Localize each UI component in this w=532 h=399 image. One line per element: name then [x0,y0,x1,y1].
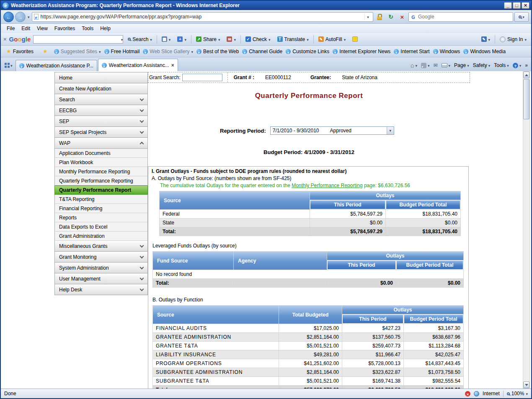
translate-button[interactable]: Translate [275,35,311,44]
favorites-button[interactable]: Favorites [3,46,36,56]
sidebar-item-help-desk[interactable]: Help Desk [54,284,148,295]
sidebar-item-home[interactable]: Home [54,72,148,83]
sidebar-item-reports[interactable]: Reports [54,213,148,222]
sidebar-item-create-new-application[interactable]: Create New Application [54,83,148,94]
tools-menu-button[interactable]: Tools [494,62,509,68]
zoom-level-button[interactable]: 100% [507,391,528,396]
google-toolbar-search-box[interactable] [33,35,123,44]
menu-view[interactable]: View [34,25,51,32]
menu-help[interactable]: Help [97,25,114,32]
sidebar-item-application-documents[interactable]: Application Documents [54,149,148,158]
column-header-this-period[interactable]: This Period [310,200,385,209]
menu-tools[interactable]: Tools [78,25,97,32]
tab-1[interactable]: Weatherization Assistance P... [15,60,97,71]
search-options-dropdown[interactable] [522,14,524,20]
favorite-best-of-the-web[interactable]: Best of the Web [196,49,239,54]
highlighter-button[interactable] [350,35,360,43]
favorite-windows-media[interactable]: Windows Media [463,49,506,54]
add-bookmark-button[interactable] [175,35,189,44]
sign-in-button[interactable]: Sign In [498,35,529,44]
maximize-button[interactable] [513,2,521,9]
read-mail-button[interactable] [434,62,438,68]
google-search-history-dropdown[interactable] [121,36,123,42]
sidebar-item-miscellaneous-grants[interactable]: Miscellaneous Grants [54,241,148,252]
page-error-icon[interactable] [465,391,470,396]
scroll-up-button[interactable] [523,72,529,78]
forward-button[interactable] [15,12,26,22]
sidebar-item-data-exports-to-excel[interactable]: Data Exports to Excel [54,222,148,232]
pen-button[interactable] [479,35,493,44]
favorite-free-hotmail[interactable]: Free Hotmail [104,49,140,54]
refresh-button[interactable] [386,12,396,22]
sidebar-item-grant-monitoring[interactable]: Grant Monitoring [54,252,148,263]
home-button[interactable] [411,62,417,69]
column-header-this-period[interactable]: This Period [342,314,403,324]
browser-search-box[interactable] [408,12,513,22]
favorite-internet-start[interactable]: Internet Start [394,49,429,54]
menu-file[interactable]: File [3,25,18,32]
sidebar-item-search[interactable]: Search [54,94,148,105]
close-tab-icon[interactable] [171,62,174,68]
tab-2-active[interactable]: Weatherization Assistanc... [98,59,178,71]
google-toolbar-search-input[interactable] [34,36,121,42]
page-menu-button[interactable]: Page [454,62,469,68]
favorite-ie-news[interactable]: Internet Explorer News [333,49,390,54]
feeds-button[interactable] [421,62,430,68]
sidebar-item-quarterly-performance-report[interactable]: Quarterly Performance Report [54,185,148,195]
search-go-button[interactable] [514,12,529,22]
sidebar-item-monthly-performance-reporting[interactable]: Monthly Performance Reporting [54,167,148,176]
sidebar-item-user-management[interactable]: User Management [54,273,148,284]
spellcheck-button[interactable]: Check [243,35,273,44]
vertical-scrollbar[interactable] [523,71,530,389]
favorite-suggested-sites[interactable]: Suggested Sites [54,49,101,54]
sidebar-item-system-administration[interactable]: System Administration [54,263,148,273]
more-commands-button[interactable] [525,62,528,68]
favorite-web-slice-gallery[interactable]: Web Slice Gallery [143,49,193,54]
recent-pages-dropdown[interactable] [27,14,31,20]
google-search-button[interactable]: Search [126,35,154,44]
favorite-windows[interactable]: Windows [433,49,460,54]
sidebar-item-tta-reporting[interactable]: T&TA Reporting [54,195,148,204]
help-button[interactable] [513,62,522,68]
menu-favorites[interactable]: Favorites [51,25,78,32]
sidebar-item-financial-reporting[interactable]: Financial Reporting [54,204,148,213]
scroll-down-button[interactable] [523,381,529,388]
stop-button[interactable] [397,12,407,22]
autofill-button[interactable]: AutoFill [316,35,348,44]
share-button[interactable]: Share [194,35,222,44]
favorite-customize-links[interactable]: Customize Links [286,49,329,54]
column-header-budget-period-total[interactable]: Budget Period Total [404,314,463,324]
column-header-budget-period-total[interactable]: Budget Period Total [396,260,463,270]
url-text[interactable]: https://www.page.energy.gov/WAP/Performa… [41,14,362,20]
back-button[interactable] [3,12,14,22]
security-lock-button[interactable] [374,12,385,22]
minimize-button[interactable] [504,2,512,9]
print-button[interactable] [442,62,451,68]
favorite-channel-guide[interactable]: Channel Guide [242,49,282,54]
reporting-period-select[interactable]: 7/1/2010 - 9/30/2010 Approved [270,126,394,135]
sidebar-item-eecbg[interactable]: EECBG [54,105,148,116]
monthly-performance-reporting-link[interactable]: Monthly Performance Reporting [292,183,362,188]
sidebar-item-quarterly-performance-reporting[interactable]: Quarterly Performance Reporting [54,176,148,185]
sidebar-item-wap[interactable]: WAP [54,138,148,149]
column-header-budget-period-total[interactable]: Budget Period Total [386,200,460,209]
url-dropdown[interactable] [364,14,371,20]
close-button[interactable] [522,2,529,9]
sidebar-item-sep[interactable]: SEP [54,116,148,127]
column-header-this-period[interactable]: This Period [327,260,396,270]
safety-menu-button[interactable]: Safety [473,62,491,68]
email-button[interactable] [225,35,238,44]
menu-edit[interactable]: Edit [18,25,34,32]
url-box[interactable]: https://www.page.energy.gov/WAP/Performa… [32,12,373,22]
sidebar-item-grant-administration[interactable]: Grant Administration [54,232,148,241]
browser-search-input[interactable] [418,14,511,20]
sidebar-item-sep-special-projects[interactable]: SEP Special Projects [54,127,148,138]
scrollbar-thumb[interactable] [523,79,529,119]
select-dropdown-button[interactable] [387,127,394,134]
apps-button[interactable] [160,35,173,44]
grant-search-input[interactable] [182,74,222,81]
close-toolbar-icon[interactable] [3,36,7,42]
add-favorite-button[interactable] [40,46,51,56]
sidebar-item-plan-workbook[interactable]: Plan Workbook [54,158,148,167]
quick-tabs-button[interactable] [3,61,15,70]
